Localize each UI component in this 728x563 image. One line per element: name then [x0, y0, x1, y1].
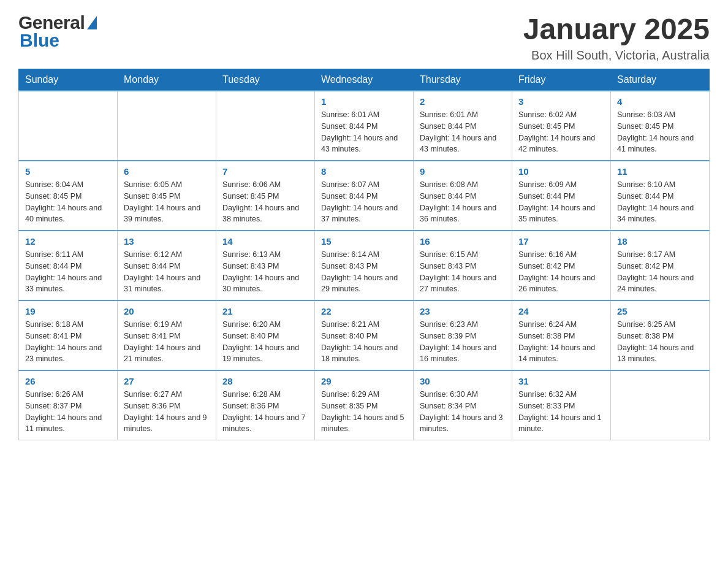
day-info: Sunrise: 6:30 AM Sunset: 8:34 PM Dayligh… [420, 389, 506, 435]
day-number: 30 [420, 376, 506, 386]
day-number: 26 [25, 376, 111, 386]
day-info: Sunrise: 6:08 AM Sunset: 8:44 PM Dayligh… [420, 179, 506, 225]
calendar-cell: 26Sunrise: 6:26 AM Sunset: 8:37 PM Dayli… [19, 370, 118, 440]
day-number: 3 [518, 96, 604, 107]
calendar-cell: 10Sunrise: 6:09 AM Sunset: 8:44 PM Dayli… [512, 161, 611, 231]
calendar-cell: 23Sunrise: 6:23 AM Sunset: 8:39 PM Dayli… [414, 301, 512, 370]
day-info: Sunrise: 6:16 AM Sunset: 8:42 PM Dayligh… [518, 249, 604, 295]
day-number: 21 [222, 306, 308, 316]
calendar-cell: 20Sunrise: 6:19 AM Sunset: 8:41 PM Dayli… [118, 301, 216, 370]
day-number: 4 [617, 96, 703, 107]
day-number: 1 [321, 96, 407, 107]
calendar-cell [19, 91, 118, 161]
day-info: Sunrise: 6:20 AM Sunset: 8:40 PM Dayligh… [222, 319, 308, 365]
day-number: 19 [25, 306, 111, 316]
day-number: 11 [617, 166, 703, 177]
day-info: Sunrise: 6:19 AM Sunset: 8:41 PM Dayligh… [124, 319, 210, 365]
day-number: 25 [617, 306, 703, 316]
calendar-cell: 25Sunrise: 6:25 AM Sunset: 8:38 PM Dayli… [611, 301, 710, 370]
calendar-cell: 11Sunrise: 6:10 AM Sunset: 8:44 PM Dayli… [611, 161, 710, 231]
calendar-header-row: SundayMondayTuesdayWednesdayThursdayFrid… [19, 69, 710, 91]
calendar-cell: 28Sunrise: 6:28 AM Sunset: 8:36 PM Dayli… [216, 370, 315, 440]
day-info: Sunrise: 6:13 AM Sunset: 8:43 PM Dayligh… [222, 249, 308, 295]
calendar-week-row: 26Sunrise: 6:26 AM Sunset: 8:37 PM Dayli… [19, 370, 710, 440]
day-number: 27 [124, 376, 210, 386]
day-number: 13 [124, 236, 210, 247]
day-info: Sunrise: 6:24 AM Sunset: 8:38 PM Dayligh… [518, 319, 604, 365]
day-info: Sunrise: 6:01 AM Sunset: 8:44 PM Dayligh… [420, 109, 506, 155]
day-of-week-header: Thursday [414, 69, 512, 91]
logo: General Blue [18, 12, 97, 50]
calendar-table: SundayMondayTuesdayWednesdayThursdayFrid… [18, 69, 710, 440]
day-info: Sunrise: 6:23 AM Sunset: 8:39 PM Dayligh… [420, 319, 506, 365]
day-info: Sunrise: 6:21 AM Sunset: 8:40 PM Dayligh… [321, 319, 407, 365]
day-info: Sunrise: 6:11 AM Sunset: 8:44 PM Dayligh… [25, 249, 111, 295]
calendar-cell: 3Sunrise: 6:02 AM Sunset: 8:45 PM Daylig… [512, 91, 611, 161]
title-area: January 2025 Box Hill South, Victoria, A… [523, 12, 710, 63]
day-number: 15 [321, 236, 407, 247]
calendar-week-row: 19Sunrise: 6:18 AM Sunset: 8:41 PM Dayli… [19, 301, 710, 370]
day-info: Sunrise: 6:28 AM Sunset: 8:36 PM Dayligh… [222, 389, 308, 435]
day-info: Sunrise: 6:25 AM Sunset: 8:38 PM Dayligh… [617, 319, 703, 365]
day-info: Sunrise: 6:06 AM Sunset: 8:45 PM Dayligh… [222, 179, 308, 225]
day-number: 9 [420, 166, 506, 177]
day-number: 28 [222, 376, 308, 386]
calendar-cell: 14Sunrise: 6:13 AM Sunset: 8:43 PM Dayli… [216, 231, 315, 301]
location-subtitle: Box Hill South, Victoria, Australia [523, 48, 710, 63]
calendar-cell: 9Sunrise: 6:08 AM Sunset: 8:44 PM Daylig… [414, 161, 512, 231]
day-info: Sunrise: 6:10 AM Sunset: 8:44 PM Dayligh… [617, 179, 703, 225]
day-number: 12 [25, 236, 111, 247]
calendar-cell: 19Sunrise: 6:18 AM Sunset: 8:41 PM Dayli… [19, 301, 118, 370]
calendar-cell: 15Sunrise: 6:14 AM Sunset: 8:43 PM Dayli… [315, 231, 414, 301]
day-number: 10 [518, 166, 604, 177]
logo-triangle-icon [87, 16, 97, 29]
day-number: 14 [222, 236, 308, 247]
logo-blue-text: Blue [20, 30, 59, 50]
day-info: Sunrise: 6:26 AM Sunset: 8:37 PM Dayligh… [25, 389, 111, 435]
day-number: 17 [518, 236, 604, 247]
calendar-cell [216, 91, 315, 161]
day-of-week-header: Friday [512, 69, 611, 91]
calendar-cell: 1Sunrise: 6:01 AM Sunset: 8:44 PM Daylig… [315, 91, 414, 161]
calendar-week-row: 12Sunrise: 6:11 AM Sunset: 8:44 PM Dayli… [19, 231, 710, 301]
calendar-cell: 12Sunrise: 6:11 AM Sunset: 8:44 PM Dayli… [19, 231, 118, 301]
day-info: Sunrise: 6:14 AM Sunset: 8:43 PM Dayligh… [321, 249, 407, 295]
calendar-cell [611, 370, 710, 440]
day-info: Sunrise: 6:15 AM Sunset: 8:43 PM Dayligh… [420, 249, 506, 295]
day-number: 22 [321, 306, 407, 316]
day-info: Sunrise: 6:32 AM Sunset: 8:33 PM Dayligh… [518, 389, 604, 435]
calendar-cell: 2Sunrise: 6:01 AM Sunset: 8:44 PM Daylig… [414, 91, 512, 161]
day-number: 29 [321, 376, 407, 386]
calendar-cell: 6Sunrise: 6:05 AM Sunset: 8:45 PM Daylig… [118, 161, 216, 231]
calendar-cell: 24Sunrise: 6:24 AM Sunset: 8:38 PM Dayli… [512, 301, 611, 370]
day-info: Sunrise: 6:07 AM Sunset: 8:44 PM Dayligh… [321, 179, 407, 225]
calendar-cell: 18Sunrise: 6:17 AM Sunset: 8:42 PM Dayli… [611, 231, 710, 301]
day-info: Sunrise: 6:02 AM Sunset: 8:45 PM Dayligh… [518, 109, 604, 155]
day-of-week-header: Wednesday [315, 69, 414, 91]
day-of-week-header: Saturday [611, 69, 710, 91]
day-info: Sunrise: 6:17 AM Sunset: 8:42 PM Dayligh… [617, 249, 703, 295]
day-info: Sunrise: 6:01 AM Sunset: 8:44 PM Dayligh… [321, 109, 407, 155]
calendar-cell: 31Sunrise: 6:32 AM Sunset: 8:33 PM Dayli… [512, 370, 611, 440]
calendar-week-row: 5Sunrise: 6:04 AM Sunset: 8:45 PM Daylig… [19, 161, 710, 231]
day-number: 31 [518, 376, 604, 386]
day-of-week-header: Sunday [19, 69, 118, 91]
calendar-cell [118, 91, 216, 161]
calendar-week-row: 1Sunrise: 6:01 AM Sunset: 8:44 PM Daylig… [19, 91, 710, 161]
day-info: Sunrise: 6:27 AM Sunset: 8:36 PM Dayligh… [124, 389, 210, 435]
day-number: 20 [124, 306, 210, 316]
day-info: Sunrise: 6:18 AM Sunset: 8:41 PM Dayligh… [25, 319, 111, 365]
day-info: Sunrise: 6:04 AM Sunset: 8:45 PM Dayligh… [25, 179, 111, 225]
day-number: 7 [222, 166, 308, 177]
calendar-cell: 30Sunrise: 6:30 AM Sunset: 8:34 PM Dayli… [414, 370, 512, 440]
day-info: Sunrise: 6:03 AM Sunset: 8:45 PM Dayligh… [617, 109, 703, 155]
day-number: 24 [518, 306, 604, 316]
day-info: Sunrise: 6:05 AM Sunset: 8:45 PM Dayligh… [124, 179, 210, 225]
calendar-cell: 16Sunrise: 6:15 AM Sunset: 8:43 PM Dayli… [414, 231, 512, 301]
calendar-cell: 29Sunrise: 6:29 AM Sunset: 8:35 PM Dayli… [315, 370, 414, 440]
day-info: Sunrise: 6:29 AM Sunset: 8:35 PM Dayligh… [321, 389, 407, 435]
day-of-week-header: Tuesday [216, 69, 315, 91]
day-number: 16 [420, 236, 506, 247]
day-number: 6 [124, 166, 210, 177]
calendar-cell: 22Sunrise: 6:21 AM Sunset: 8:40 PM Dayli… [315, 301, 414, 370]
